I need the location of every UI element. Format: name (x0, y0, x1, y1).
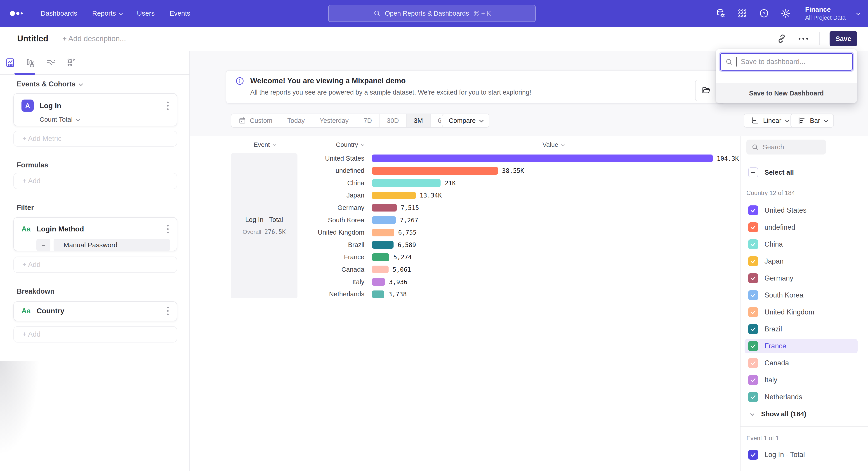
time-range-30d[interactable]: 30D (379, 114, 406, 127)
country-checkbox[interactable] (748, 273, 758, 283)
tab-funnels[interactable] (20, 57, 41, 68)
bar-segment[interactable] (372, 266, 389, 273)
save-dashboard-search-input[interactable] (741, 58, 847, 66)
country-row-undefined[interactable]: undefined (741, 220, 868, 235)
add-description-field[interactable]: + Add description... (62, 34, 126, 43)
bar-segment[interactable] (372, 192, 416, 199)
save-dashboard-search-field[interactable] (720, 53, 853, 70)
breakdown-options-icon[interactable] (166, 305, 170, 317)
bar-segment[interactable] (372, 229, 394, 236)
filter-operator[interactable]: = (36, 239, 51, 251)
add-metric-button[interactable]: + Add Metric (13, 131, 177, 147)
country-checkbox[interactable] (748, 341, 758, 351)
breakdown-property-name[interactable]: Country (37, 307, 160, 315)
country-row-south-korea[interactable]: South Korea (741, 288, 868, 302)
scale-selector[interactable]: Linear (744, 114, 795, 127)
tab-insights[interactable] (0, 57, 20, 68)
show-all-button[interactable]: Show all (184) (741, 407, 868, 421)
global-search-button[interactable]: Open Reports & Dashboards ⌘ + K (328, 5, 536, 22)
column-header-event[interactable]: Event (254, 141, 275, 148)
breakdown-card-country[interactable]: Aa Country (13, 301, 177, 321)
country-checkbox[interactable] (748, 392, 758, 402)
metric-name[interactable]: Log In (39, 101, 160, 110)
select-all-row[interactable]: Select all (741, 165, 868, 180)
country-row-united-kingdom[interactable]: United Kingdom (741, 305, 868, 319)
chevron-down-icon (479, 118, 484, 122)
bar-segment[interactable] (372, 254, 389, 261)
time-range-7d[interactable]: 7D (356, 114, 379, 127)
bar-segment[interactable] (372, 291, 384, 298)
data-management-icon[interactable] (715, 8, 726, 19)
column-header-country[interactable]: Country (336, 141, 364, 148)
aggregation-selector[interactable]: Count Total (39, 116, 177, 123)
add-filter-button[interactable]: + Add (13, 257, 177, 273)
bar-segment[interactable] (372, 216, 396, 224)
bar-segment[interactable] (372, 241, 394, 248)
time-range-custom[interactable]: Custom (231, 114, 280, 127)
country-row-netherlands[interactable]: Netherlands (741, 390, 868, 404)
country-checkbox[interactable] (748, 324, 758, 334)
series-search-field[interactable] (746, 140, 826, 154)
country-row-canada[interactable]: Canada (741, 356, 868, 370)
country-row-china[interactable]: China (741, 237, 868, 252)
country-checkbox[interactable] (748, 290, 758, 300)
metric-options-icon[interactable] (166, 100, 170, 111)
metric-card-log-in[interactable]: A Log In Count Total (13, 93, 177, 126)
country-row-italy[interactable]: Italy (741, 373, 868, 387)
bar-segment[interactable] (372, 278, 385, 286)
add-breakdown-button[interactable]: + Add (13, 326, 177, 343)
filter-card-login-method[interactable]: Aa Login Method = Manual Password (13, 217, 177, 251)
save-button[interactable]: Save (830, 31, 857, 47)
country-checkbox[interactable] (748, 239, 758, 249)
nav-item-dashboards[interactable]: Dashboards (41, 9, 77, 17)
country-row-japan[interactable]: Japan (741, 254, 868, 268)
time-range-yesterday[interactable]: Yesterday (312, 114, 356, 127)
country-row-germany[interactable]: Germany (741, 271, 868, 286)
country-row-france[interactable]: France (745, 339, 858, 353)
time-range-3m[interactable]: 3M (406, 114, 430, 127)
nav-item-events[interactable]: Events (169, 9, 190, 17)
save-to-new-dashboard-button[interactable]: Save to New Dashboard (716, 83, 857, 103)
nav-item-users[interactable]: Users (137, 9, 155, 17)
filter-options-icon[interactable] (166, 224, 170, 235)
country-label: undefined (765, 223, 795, 231)
filter-value[interactable]: Manual Password (54, 239, 170, 251)
select-all-checkbox[interactable] (748, 168, 758, 177)
country-checkbox[interactable] (748, 307, 758, 317)
help-icon[interactable]: ? (758, 8, 770, 19)
apps-grid-icon[interactable] (737, 8, 748, 19)
compare-button[interactable]: Compare (442, 114, 489, 127)
time-range-today[interactable]: Today (280, 114, 312, 127)
event-total-cell[interactable]: Log In - Total Overall276.5K (231, 153, 298, 298)
mixpanel-logo-icon[interactable] (9, 10, 26, 17)
country-row-united-states[interactable]: United States (741, 203, 868, 217)
series-search-input[interactable] (763, 143, 817, 151)
nav-item-reports[interactable]: Reports (92, 9, 122, 17)
chart-type-selector[interactable]: Bar (790, 114, 834, 127)
tab-flows[interactable] (41, 57, 61, 68)
bar-segment[interactable] (372, 154, 713, 162)
events-cohorts-header[interactable]: Events & Cohorts (17, 80, 82, 88)
event-series-checkbox[interactable] (748, 450, 758, 460)
copy-link-icon[interactable] (776, 33, 787, 45)
column-header-value[interactable]: Value (542, 141, 564, 148)
bar-segment[interactable] (372, 204, 397, 211)
country-checkbox[interactable] (748, 375, 758, 385)
tab-retention[interactable] (61, 57, 81, 68)
project-switcher[interactable]: Finance All Project Data (805, 6, 846, 21)
country-checkbox[interactable] (748, 223, 758, 232)
country-checkbox[interactable] (748, 205, 758, 215)
country-row-brazil[interactable]: Brazil (741, 322, 868, 336)
country-checkbox[interactable] (748, 256, 758, 266)
bar-segment[interactable] (372, 179, 440, 187)
filter-property-name[interactable]: Login Method (37, 225, 160, 233)
event-series-row[interactable]: Log In - Total (741, 447, 868, 462)
bar-segment[interactable] (372, 167, 498, 175)
top-nav: DashboardsReportsUsersEvents Open Report… (0, 0, 868, 27)
nav-item-label: Reports (92, 9, 116, 17)
country-checkbox[interactable] (748, 358, 758, 368)
settings-gear-icon[interactable] (780, 8, 791, 19)
add-formula-button[interactable]: + Add (13, 173, 177, 189)
report-title[interactable]: Untitled (17, 34, 49, 43)
more-options-icon[interactable] (798, 33, 809, 45)
